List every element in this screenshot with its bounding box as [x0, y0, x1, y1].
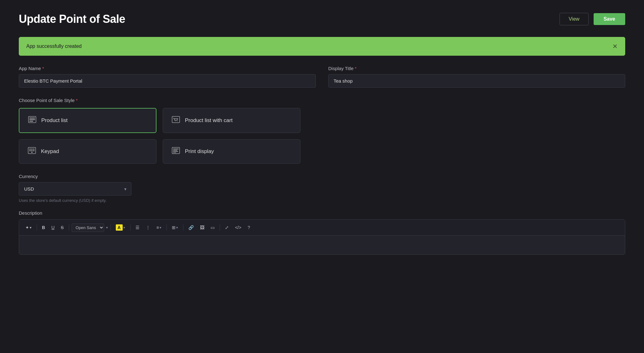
- highlight-chevron-icon: ▾: [123, 226, 125, 230]
- description-editor-body[interactable]: [19, 236, 625, 254]
- app-name-input[interactable]: [19, 74, 316, 88]
- currency-select-wrapper: USD EUR GBP ▾: [19, 182, 131, 196]
- pos-option-keypad-label: Keypad: [41, 148, 59, 155]
- editor-container: ✦ ▾ B U S Open Sans ▾ A ▾: [19, 219, 625, 255]
- toolbar-list-unordered-button[interactable]: ☰: [133, 223, 142, 232]
- pos-style-label: Choose Point of Sale Style*: [19, 98, 625, 103]
- pos-option-product-list-cart[interactable]: Product list with cart: [163, 108, 300, 133]
- font-select[interactable]: Open Sans: [72, 223, 104, 232]
- save-button[interactable]: Save: [594, 13, 625, 25]
- pos-style-section: Choose Point of Sale Style* Product list: [19, 98, 625, 164]
- highlight-icon: A: [116, 224, 123, 231]
- underline-icon: U: [51, 225, 54, 230]
- table-icon: ⊞: [172, 225, 176, 230]
- banner-message: App successfully created: [26, 43, 82, 49]
- toolbar-strikethrough-button[interactable]: S: [58, 223, 66, 232]
- toolbar-sep-6: [183, 224, 183, 231]
- pos-style-grid: Product list Product list with cart: [19, 108, 300, 164]
- keypad-icon: [28, 147, 36, 156]
- pos-option-keypad[interactable]: Keypad: [19, 139, 156, 164]
- toolbar-bold-button[interactable]: B: [39, 223, 48, 232]
- print-display-icon: [172, 147, 180, 156]
- toolbar-magic-button[interactable]: ✦ ▾: [23, 223, 34, 232]
- toolbar-list-ordered-button[interactable]: ⋮: [143, 223, 153, 232]
- toolbar-image-button[interactable]: 🖼: [197, 223, 207, 232]
- link-icon: 🔗: [188, 225, 194, 230]
- list-ordered-icon: ⋮: [146, 225, 150, 230]
- view-button[interactable]: View: [560, 13, 588, 25]
- toolbar-embed-button[interactable]: ▭: [208, 223, 217, 232]
- svg-rect-1: [29, 118, 35, 119]
- svg-point-5: [175, 121, 176, 121]
- banner-close-button[interactable]: ✕: [612, 43, 618, 50]
- svg-rect-18: [173, 151, 178, 152]
- pos-style-required: *: [76, 98, 78, 103]
- page-header: Update Point of Sale View Save: [19, 13, 625, 26]
- display-title-group: Display Title*: [328, 66, 625, 88]
- magic-icon: ✦: [25, 225, 29, 230]
- toolbar-sep-1: [37, 224, 37, 231]
- toolbar-underline-button[interactable]: U: [49, 223, 57, 232]
- svg-rect-8: [29, 149, 31, 150]
- svg-rect-13: [33, 150, 34, 151]
- help-icon: ?: [248, 225, 250, 230]
- svg-rect-17: [173, 150, 177, 151]
- toolbar-help-button[interactable]: ?: [245, 223, 253, 232]
- toolbar-magic-chevron: ▾: [30, 226, 32, 230]
- currency-hint: Uses the store's default currency (USD) …: [19, 198, 131, 203]
- bold-icon: B: [42, 225, 45, 230]
- embed-icon: ▭: [211, 225, 215, 230]
- toolbar-align-button[interactable]: ≡ ▾: [154, 223, 164, 232]
- code-icon: </>: [235, 225, 241, 230]
- currency-label: Currency: [19, 174, 131, 179]
- display-title-label: Display Title*: [328, 66, 625, 71]
- align-chevron-icon: ▾: [160, 226, 161, 230]
- svg-rect-11: [29, 150, 31, 151]
- svg-rect-14: [31, 152, 33, 153]
- description-section: Description ✦ ▾ B U S Open Sans ▾: [19, 210, 625, 255]
- toolbar-sep-2: [69, 224, 69, 231]
- toolbar-sep-5: [166, 224, 167, 231]
- success-banner: App successfully created ✕: [19, 37, 625, 56]
- header-actions: View Save: [560, 13, 625, 25]
- product-list-icon: [28, 116, 36, 125]
- name-title-row: App Name* Display Title*: [19, 66, 625, 88]
- svg-rect-9: [31, 149, 33, 150]
- pos-option-product-list-label: Product list: [41, 117, 68, 124]
- toolbar-sep-3: [110, 224, 111, 231]
- pos-option-print-display[interactable]: Print display: [163, 139, 300, 164]
- currency-select[interactable]: USD EUR GBP: [19, 182, 131, 196]
- toolbar-table-button[interactable]: ⊞ ▾: [169, 223, 181, 232]
- svg-rect-16: [173, 149, 179, 149]
- fullscreen-icon: ⤢: [225, 225, 229, 230]
- align-icon: ≡: [156, 225, 159, 230]
- page-title: Update Point of Sale: [19, 13, 125, 26]
- display-title-required: *: [355, 66, 357, 71]
- pos-option-print-display-label: Print display: [185, 148, 214, 155]
- svg-rect-3: [29, 121, 33, 122]
- svg-rect-2: [29, 119, 35, 120]
- svg-rect-10: [33, 149, 34, 150]
- app-name-label: App Name*: [19, 66, 316, 71]
- svg-rect-4: [172, 116, 180, 123]
- image-icon: 🖼: [200, 225, 204, 230]
- table-chevron-icon: ▾: [176, 226, 178, 230]
- app-name-group: App Name*: [19, 66, 316, 88]
- app-name-required: *: [42, 66, 44, 71]
- pos-option-product-list[interactable]: Product list: [19, 108, 156, 133]
- currency-section: Currency USD EUR GBP ▾ Uses the store's …: [19, 174, 131, 203]
- description-label: Description: [19, 210, 625, 216]
- product-list-cart-icon: [172, 116, 180, 125]
- svg-point-6: [177, 121, 177, 121]
- display-title-input[interactable]: [328, 74, 625, 88]
- toolbar-code-button[interactable]: </>: [233, 223, 244, 232]
- font-chevron-icon: ▾: [106, 226, 108, 230]
- svg-rect-19: [173, 152, 176, 153]
- toolbar-link-button[interactable]: 🔗: [186, 223, 196, 232]
- svg-rect-12: [31, 150, 33, 151]
- toolbar-fullscreen-button[interactable]: ⤢: [222, 223, 231, 232]
- toolbar-highlight-button[interactable]: A ▾: [113, 223, 128, 232]
- list-unordered-icon: ☰: [135, 225, 140, 230]
- toolbar-sep-4: [130, 224, 130, 231]
- strikethrough-icon: S: [61, 225, 64, 230]
